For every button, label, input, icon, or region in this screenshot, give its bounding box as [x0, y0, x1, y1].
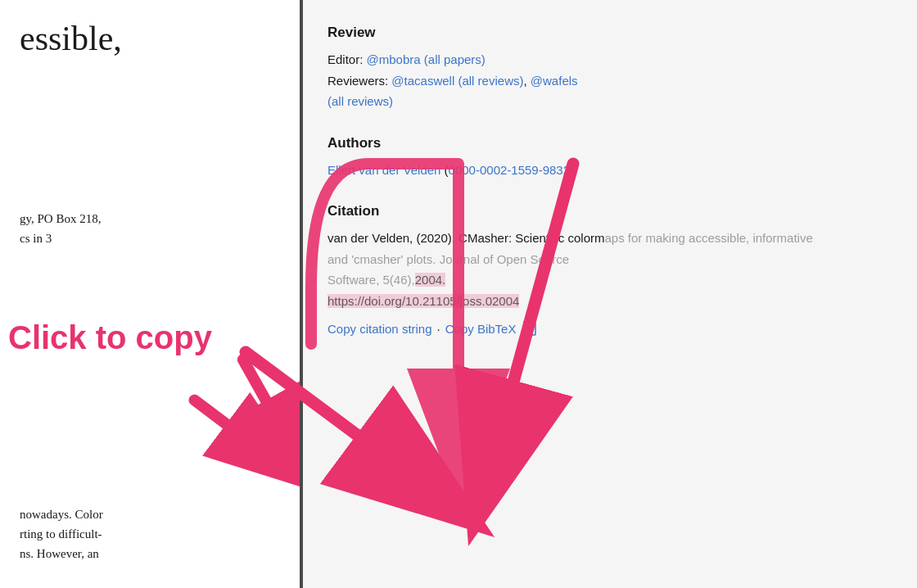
reviewer2-link[interactable]: @wafels: [531, 74, 578, 88]
review-title: Review: [328, 25, 892, 41]
reviewer2-all-link[interactable]: (all reviews): [328, 94, 393, 108]
left-text-top: essible,: [20, 16, 280, 61]
review-body: Editor: @mbobra (all papers) Reviewers: …: [328, 49, 892, 112]
left-panel: essible, gy, PO Box 218, cs in 3 Click t…: [0, 0, 303, 588]
editor-label: Editor:: [328, 52, 367, 66]
svg-line-2: [194, 400, 300, 486]
citation-actions: Copy citation string · Copy BibTeX: [328, 319, 892, 337]
left-bottom-line3: ns. However, an: [20, 547, 99, 560]
reviewer1-link[interactable]: @tacaswell: [391, 74, 454, 88]
left-bottom-line1: nowadays. Color: [20, 508, 103, 521]
editor-all-papers-link[interactable]: (all papers): [424, 52, 486, 66]
author-orcid-link[interactable]: 0000-0002-1559-9832: [449, 163, 570, 177]
author-link[interactable]: Ellert van der Velden: [328, 163, 440, 177]
click-to-copy-label: Click to copy: [8, 319, 212, 356]
svg-line-1: [243, 360, 300, 489]
authors-body: Ellert van der Velden (0000-0002-1559-98…: [328, 160, 892, 181]
citation-title: Citation: [328, 203, 892, 219]
left-mid-line1: gy, PO Box 218,: [20, 212, 101, 225]
left-bottom-line2: rting to difficult-: [20, 527, 102, 541]
citation-section: Citation van der Velden, (2020). CMasher…: [328, 203, 892, 337]
authors-title: Authors: [328, 135, 892, 152]
copy-citation-link[interactable]: Copy citation string: [328, 322, 432, 336]
left-mid-line2: cs in 3: [20, 232, 52, 245]
editor-link[interactable]: @mbobra: [367, 52, 421, 66]
left-text-mid: gy, PO Box 218, cs in 3: [20, 209, 280, 248]
review-section: Review Editor: @mbobra (all papers) Revi…: [328, 25, 892, 112]
reviewer1-all-link[interactable]: (all reviews): [458, 74, 523, 88]
copy-bibtex-icon[interactable]: [521, 319, 539, 337]
citation-separator: ·: [437, 322, 440, 336]
citation-text: van der Velden, (2020). CMasher: Scienti…: [328, 228, 892, 311]
reviewers-label: Reviewers:: [328, 74, 391, 88]
copy-bibtex-link[interactable]: Copy BibTeX: [445, 322, 517, 336]
authors-section: Authors Ellert van der Velden (0000-0002…: [328, 135, 892, 181]
left-text-bottom: nowadays. Color rting to difficult- ns. …: [20, 504, 280, 563]
right-panel: Review Editor: @mbobra (all papers) Revi…: [303, 0, 917, 588]
